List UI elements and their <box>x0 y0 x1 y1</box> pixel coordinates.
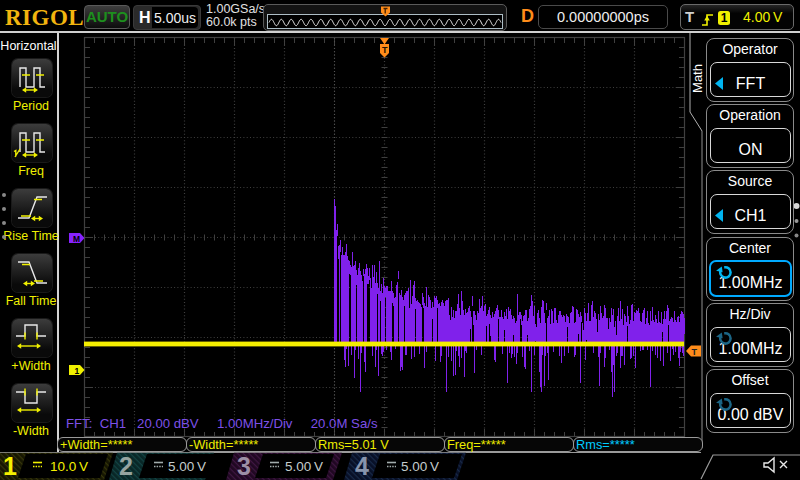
svg-text:1: 1 <box>75 366 80 376</box>
svg-text:T: T <box>692 347 698 357</box>
svg-text:M: M <box>73 234 80 244</box>
svg-text:T: T <box>382 45 388 55</box>
